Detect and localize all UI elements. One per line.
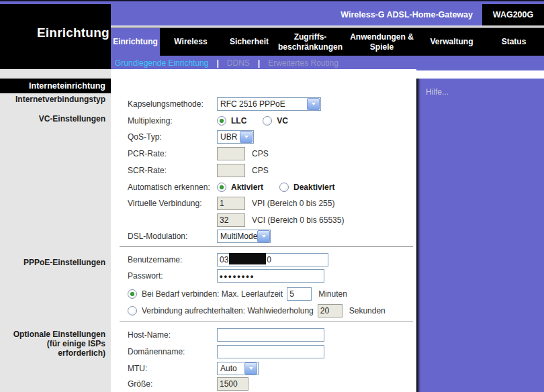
form-row: Passwort:	[128, 268, 412, 283]
tab-anwendungen-spiele[interactable]: Anwendungen & Spiele	[344, 28, 420, 56]
autodetect-off-label: Deaktiviert	[293, 183, 334, 192]
subnav-link-erweitertes-routing[interactable]: Erweitertes Routing	[268, 58, 338, 68]
username-label: Benutzername:	[128, 255, 217, 264]
model-number: WAG200G	[493, 10, 533, 19]
connect-on-demand-radio[interactable]	[128, 289, 137, 299]
tab-wireless[interactable]: Wireless	[160, 28, 222, 56]
pcr-label: PCR-Rate:	[128, 149, 217, 158]
subnav-link-grundlegende-einrichtung[interactable]: Grundlegende Einrichtung	[115, 58, 208, 68]
tab-label-line2: beschränkungen	[278, 42, 343, 52]
encapsulation-value: RFC 2516 PPPoE	[218, 99, 285, 109]
sidebar: Interneteinrichtung Internetverbindungst…	[0, 69, 111, 392]
virtual-circuit-label: Virtuelle Verbindung:	[128, 199, 217, 208]
sidebar-item-internetverbindungstyp: Internetverbindungstyp	[0, 95, 105, 104]
page-title: Einrichtung	[37, 26, 109, 40]
tab-zugriffsbeschraenkungen[interactable]: Zugriffs- beschränkungen	[277, 28, 344, 56]
tab-label-line1: Zugriffs-	[294, 32, 327, 42]
chevron-down-icon	[257, 230, 270, 242]
tab-label: Verwaltung	[430, 37, 473, 46]
sidebar-section-interneteinrichtung: Interneteinrichtung	[0, 79, 111, 93]
form-row: DSL-Modulation: MultiMode	[128, 229, 412, 244]
mtu-label: MTU:	[128, 364, 217, 373]
brand-name: Wireless-G ADSL-Home-Gateway	[341, 10, 473, 19]
redial-period-input	[318, 304, 343, 317]
autodetect-on-label: Aktiviert	[231, 183, 263, 192]
domainname-input[interactable]	[217, 345, 324, 358]
tab-verwaltung[interactable]: Verwaltung	[420, 28, 484, 56]
hostname-label: Host-Name:	[128, 330, 217, 340]
pcr-unit: CPS	[252, 149, 269, 158]
form-row: Benutzername: 03 0	[128, 252, 412, 267]
dsl-modulation-label: DSL-Modulation:	[128, 232, 217, 241]
form-row: Bei Bedarf verbinden: Max. Leerlaufzeit …	[128, 287, 412, 301]
form-row: Domänenname:	[128, 344, 412, 359]
sidebar-item-optionale-einstellungen-hint: (für einige ISPs erforderlich)	[0, 339, 105, 358]
llc-radio-label: LLC	[231, 116, 246, 126]
redial-unit: Sekunden	[349, 306, 386, 315]
hostname-input[interactable]	[217, 328, 324, 342]
idle-time-unit: Minuten	[318, 289, 347, 299]
tab-label: Sicherheit	[230, 37, 269, 46]
vc-radio[interactable]	[263, 116, 272, 126]
encapsulation-select[interactable]: RFC 2516 PPPoE	[217, 97, 321, 111]
username-field[interactable]: 03 0	[217, 253, 328, 266]
scr-label: SCR-Rate:	[128, 166, 217, 175]
password-field[interactable]	[217, 269, 324, 283]
redaction-overlay	[229, 253, 266, 264]
encapsulation-label: Kapselungsmethode:	[128, 99, 217, 109]
username-prefix: 03	[220, 255, 228, 264]
chevron-down-icon	[240, 131, 253, 143]
scr-unit: CPS	[252, 166, 269, 175]
autodetect-off-radio[interactable]	[279, 183, 289, 192]
form-row: Host-Name:	[128, 328, 412, 342]
subnav-bar: Grundlegende Einrichtung | DDNS | Erweit…	[111, 56, 544, 70]
qos-select[interactable]: UBR	[217, 130, 254, 144]
tab-label: Wireless	[174, 37, 207, 46]
domainname-label: Domänenname:	[128, 347, 217, 356]
keep-alive-label: Verbindung aufrechterhalten: Wahlwiederh…	[142, 306, 314, 315]
form-row: Automatisch erkennen: Aktiviert Deaktivi…	[128, 180, 412, 195]
form-row: Virtuelle Verbindung: VPI (Bereich 0 bis…	[128, 196, 412, 211]
qos-value: UBR	[218, 132, 237, 142]
dsl-modulation-select[interactable]: MultiMode	[217, 230, 271, 243]
form-row: VCI (Bereich 0 bis 65535)	[128, 213, 412, 228]
form-row: QoS-Typ: UBR	[128, 130, 412, 144]
main-tabbar: Einrichtung Wireless Sicherheit Zugriffs…	[111, 28, 544, 56]
sidebar-item-pppoe-einstellungen: PPPoE-Einstellungen	[0, 258, 105, 267]
subnav-separator: |	[258, 58, 260, 68]
idle-time-input[interactable]	[287, 287, 312, 301]
tab-status[interactable]: Status	[484, 28, 544, 56]
section-divider	[120, 322, 413, 322]
llc-radio[interactable]	[217, 116, 226, 126]
vc-radio-label: VC	[277, 116, 288, 126]
help-panel: Hilfe...	[416, 79, 544, 392]
keep-alive-radio[interactable]	[128, 306, 137, 315]
qos-label: QoS-Typ:	[128, 132, 217, 142]
username-suffix: 0	[267, 255, 271, 264]
mtu-select[interactable]: Auto	[217, 362, 259, 375]
tab-label-line2: Spiele	[370, 42, 394, 52]
section-divider	[120, 246, 413, 247]
internet-setup-form: Kapselungsmethode: RFC 2516 PPPoE Multip…	[111, 69, 416, 392]
subnav-separator: |	[216, 58, 218, 68]
form-row: Multiplexing: LLC VC	[128, 113, 412, 128]
router-admin-page: Einrichtung Wireless-G ADSL-Home-Gateway…	[0, 0, 544, 392]
tab-sicherheit[interactable]: Sicherheit	[222, 28, 277, 56]
subnav-link-ddns[interactable]: DDNS	[227, 58, 250, 68]
form-row: SCR-Rate: CPS	[128, 163, 412, 178]
form-row: Größe:	[128, 377, 412, 391]
form-row: MTU: Auto	[128, 361, 412, 376]
tab-label-line1: Anwendungen &	[350, 32, 414, 42]
autodetect-on-radio[interactable]	[217, 183, 226, 192]
connect-on-demand-label: Bei Bedarf verbinden: Max. Leerlaufzeit	[142, 289, 283, 299]
form-row: Verbindung aufrechterhalten: Wahlwiederh…	[128, 303, 412, 318]
brand-band: Wireless-G ADSL-Home-Gateway	[111, 4, 482, 26]
mtu-value: Auto	[218, 364, 237, 373]
multiplexing-label: Multiplexing:	[128, 116, 217, 126]
sidebar-item-optionale-einstellungen: Optionale Einstellungen	[0, 330, 105, 339]
vci-input	[217, 213, 245, 227]
vci-hint: VCI (Bereich 0 bis 65535)	[252, 215, 344, 225]
form-row: PCR-Rate: CPS	[128, 146, 412, 161]
tab-einrichtung[interactable]: Einrichtung	[111, 28, 160, 56]
tab-label: Status	[502, 37, 527, 46]
